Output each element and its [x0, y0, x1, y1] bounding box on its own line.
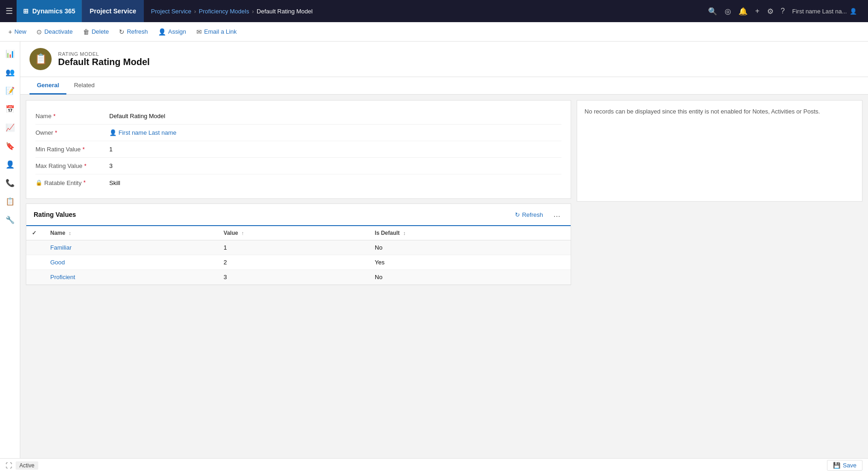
sidebar-item-people[interactable]: 👥	[2, 64, 18, 80]
refresh-icon: ↻	[119, 28, 124, 36]
value-ratable-entity: Skill	[109, 179, 561, 186]
subgrid-header: Rating Values ↻ Refresh …	[26, 204, 571, 226]
app-label: Project Service	[89, 7, 136, 15]
required-indicator-ratable: *	[83, 179, 86, 186]
help-icon[interactable]: ?	[781, 7, 785, 15]
row-default-proficient: No	[369, 270, 571, 285]
save-icon: 💾	[833, 462, 840, 469]
row-default-good: Yes	[369, 255, 571, 270]
status-left: ⛶ Active	[6, 461, 38, 470]
label-name: Name *	[35, 113, 109, 119]
column-name[interactable]: Name ↕	[45, 226, 218, 240]
bell-icon[interactable]: 🔔	[738, 7, 748, 16]
assign-label: Assign	[168, 28, 186, 35]
user-avatar-icon: 👤	[850, 8, 857, 15]
row-check-good[interactable]	[26, 255, 45, 270]
breadcrumb-project-service[interactable]: Project Service	[151, 8, 191, 15]
avatar: 📋	[30, 48, 52, 70]
breadcrumb-current: Default Rating Model	[257, 8, 313, 15]
delete-label: Delete	[92, 28, 109, 35]
sidebar-item-bookmark[interactable]: 🔖	[2, 137, 18, 154]
dynamics-label: Dynamics 365	[32, 7, 75, 15]
delete-icon: 🗑	[83, 28, 89, 36]
required-indicator-owner: *	[55, 130, 57, 136]
deactivate-label: Deactivate	[44, 28, 72, 35]
user-label: First name Last na...	[792, 8, 847, 15]
subgrid-more-button[interactable]: …	[550, 209, 563, 221]
label-ratable-entity: 🔒 Ratable Entity *	[35, 179, 109, 186]
owner-person-icon: 👤	[109, 129, 117, 136]
subgrid-refresh-icon: ↻	[515, 211, 520, 218]
owner-name: First name Last name	[118, 129, 177, 136]
left-panel: Name * Default Rating Model Owner * 👤	[26, 100, 571, 429]
breadcrumb-sep-2: ›	[252, 8, 254, 15]
row-value-good: 2	[218, 255, 369, 270]
hamburger-menu[interactable]: ☰	[6, 6, 13, 16]
subgrid-title: Rating Values	[34, 211, 76, 218]
record-name: Default Rating Model	[58, 57, 150, 67]
tab-general[interactable]: General	[30, 77, 66, 95]
table-row: Proficient 3 No	[26, 270, 571, 285]
compass-icon[interactable]: ◎	[725, 7, 731, 16]
notes-card: No records can be displayed since this e…	[577, 100, 862, 202]
app-name[interactable]: Project Service	[82, 0, 143, 22]
sidebar-item-notes[interactable]: 📝	[2, 82, 18, 99]
sidebar-item-tools[interactable]: 🔧	[2, 211, 18, 228]
email-link-button[interactable]: ✉ Email a Link	[192, 26, 242, 37]
form-row-owner: Owner * 👤 First name Last name	[35, 125, 561, 141]
check-all-icon: ✓	[32, 230, 36, 236]
label-owner: Owner *	[35, 129, 109, 136]
sidebar-item-dashboard[interactable]: 📊	[2, 45, 18, 62]
top-nav-right: 🔍 ◎ 🔔 + ⚙ ? First name Last na... 👤	[708, 7, 862, 16]
rating-values-table: ✓ Name ↕ Value ↑	[26, 226, 571, 285]
subgrid-refresh-button[interactable]: ↻ Refresh	[511, 209, 547, 220]
expand-button[interactable]: ⛶	[6, 462, 12, 469]
delete-button[interactable]: 🗑 Delete	[78, 26, 114, 37]
row-check-familiar[interactable]	[26, 240, 45, 255]
plus-icon[interactable]: +	[755, 7, 759, 15]
row-name-familiar[interactable]: Familiar	[45, 240, 218, 255]
required-indicator-min: *	[83, 146, 85, 153]
save-label: Save	[843, 462, 856, 469]
content-body: Name * Default Rating Model Owner * 👤	[20, 95, 868, 435]
dynamics-brand[interactable]: ⊞ Dynamics 365	[17, 0, 82, 22]
user-area[interactable]: First name Last na... 👤	[792, 8, 857, 15]
sidebar-item-phone[interactable]: 📞	[2, 174, 18, 191]
top-navigation: ☰ ⊞ Dynamics 365 Project Service Project…	[0, 0, 868, 22]
new-label: New	[14, 28, 26, 35]
refresh-label: Refresh	[127, 28, 148, 35]
column-is-default[interactable]: Is Default ↕	[369, 226, 571, 240]
table-row: Good 2 Yes	[26, 255, 571, 270]
new-button[interactable]: + New	[4, 26, 31, 37]
row-name-good[interactable]: Good	[45, 255, 218, 270]
deactivate-button[interactable]: ⊙ Deactivate	[32, 26, 77, 37]
settings-icon[interactable]: ⚙	[767, 7, 774, 16]
assign-icon: 👤	[158, 28, 166, 36]
row-check-proficient[interactable]	[26, 270, 45, 285]
breadcrumb-proficiency-models[interactable]: Proficiency Models	[199, 8, 249, 15]
sidebar-item-chart[interactable]: 📈	[2, 119, 18, 136]
form-row-ratable-entity: 🔒 Ratable Entity * Skill	[35, 174, 561, 191]
refresh-button[interactable]: ↻ Refresh	[114, 26, 153, 37]
command-bar: + New ⊙ Deactivate 🗑 Delete ↻ Refresh 👤 …	[0, 22, 868, 42]
record-type: RATING MODEL	[58, 51, 150, 57]
label-min-rating: Min Rating Value *	[35, 146, 109, 153]
search-icon[interactable]: 🔍	[708, 7, 717, 16]
column-value[interactable]: Value ↑	[218, 226, 369, 240]
tab-related[interactable]: Related	[66, 77, 102, 95]
breadcrumb: Project Service › Proficiency Models › D…	[144, 8, 709, 15]
save-button[interactable]: 💾 Save	[827, 460, 862, 471]
required-indicator-name: *	[53, 113, 56, 119]
row-name-proficient[interactable]: Proficient	[45, 270, 218, 285]
value-max-rating: 3	[109, 162, 561, 169]
form-row-name: Name * Default Rating Model	[35, 108, 561, 125]
value-owner[interactable]: 👤 First name Last name	[109, 129, 561, 136]
email-icon: ✉	[196, 28, 202, 36]
column-check[interactable]: ✓	[26, 226, 45, 240]
assign-button[interactable]: 👤 Assign	[154, 26, 191, 37]
tabs-bar: General Related	[20, 77, 868, 95]
sidebar-item-user[interactable]: 👤	[2, 156, 18, 173]
sidebar-item-calendar[interactable]: 📅	[2, 101, 18, 117]
main-content: 📋 RATING MODEL Default Rating Model Gene…	[20, 42, 868, 458]
sidebar-item-clipboard[interactable]: 📋	[2, 193, 18, 209]
